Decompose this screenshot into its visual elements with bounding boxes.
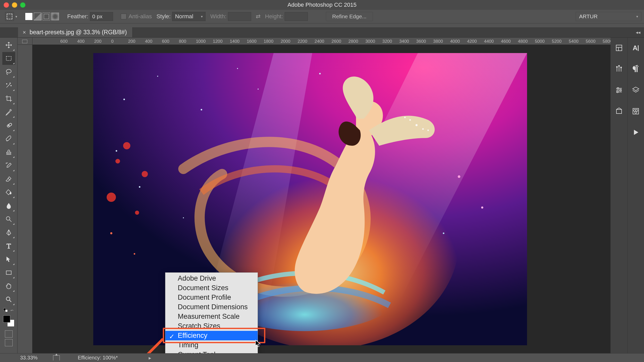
document-tab-bar: × beart-presets.jpg @ 33.3% (RGB/8#) ◂◂ [0, 27, 644, 38]
menu-item-label: Scratch Sizes [178, 322, 220, 330]
zoom-tool[interactable] [2, 293, 15, 306]
quickmask-icon[interactable] [5, 330, 13, 338]
color-reset-icon[interactable]: ⤺ [3, 308, 15, 312]
check-icon: ✓ [169, 333, 175, 341]
workspace-switcher[interactable]: ARTUR ▾ [576, 12, 641, 21]
status-menu-item-adobe-drive[interactable]: Adobe Drive [165, 274, 258, 283]
document-tab[interactable]: × beart-presets.jpg @ 33.3% (RGB/8#) [18, 27, 133, 37]
close-tab-icon[interactable]: × [23, 29, 26, 36]
status-info[interactable]: Efficiency: 100%* [78, 355, 118, 361]
tool-preset-picker[interactable] [5, 12, 14, 21]
minimize-window-button[interactable] [12, 2, 17, 8]
crop-tool[interactable] [2, 92, 15, 105]
ruler-tick: 3600 [416, 39, 426, 44]
maximize-window-button[interactable] [20, 2, 26, 8]
selection-add-icon[interactable] [34, 13, 41, 20]
vertical-ruler[interactable] [18, 45, 32, 353]
document-canvas[interactable] [93, 53, 527, 345]
svg-point-39 [422, 128, 424, 130]
svg-rect-56 [616, 109, 622, 114]
status-menu-item-efficiency[interactable]: ✓Efficiency [165, 331, 258, 340]
eraser-tool[interactable] [2, 173, 15, 185]
right-panels: A [611, 38, 644, 353]
svg-point-11 [6, 297, 10, 300]
history-brush-tool[interactable] [2, 159, 15, 172]
blur-tool[interactable] [2, 199, 15, 212]
hand-tool[interactable] [2, 280, 15, 292]
status-menu-item-scratch-sizes[interactable]: Scratch Sizes [165, 321, 258, 331]
path-select-tool[interactable] [2, 253, 15, 266]
selection-intersect-icon[interactable] [51, 13, 59, 20]
canvas-area[interactable] [32, 45, 611, 353]
svg-point-2 [6, 83, 7, 84]
horizontal-ruler[interactable]: 6004002000200400600800100012001400160018… [32, 38, 611, 45]
style-select[interactable]: Normal ▾ [172, 12, 206, 21]
move-tool[interactable] [2, 39, 15, 51]
status-menu-item-current-tool[interactable]: Current Tool [165, 350, 258, 353]
svg-point-31 [123, 142, 130, 149]
adjustments-panel-icon[interactable] [614, 85, 624, 95]
status-menu-item-document-profile[interactable]: Document Profile [165, 293, 258, 302]
svg-point-8 [6, 217, 10, 220]
layers-panel-icon[interactable] [631, 85, 641, 95]
menu-item-label: Measurement Scale [178, 313, 240, 320]
pen-tool[interactable] [2, 226, 15, 239]
title-bar: Adobe Photoshop CC 2015 [0, 0, 644, 10]
antialias-checkbox[interactable] [121, 14, 126, 19]
ruler-tick: 5000 [535, 39, 545, 44]
chevron-down-icon[interactable]: ▾ [15, 15, 17, 19]
ruler-tick: 4200 [467, 39, 477, 44]
type-tool[interactable] [2, 239, 15, 252]
character-panel-icon[interactable]: A [631, 43, 641, 53]
svg-point-34 [107, 193, 116, 202]
selection-subtract-icon[interactable] [43, 13, 50, 20]
status-menu-item-document-dimensions[interactable]: Document Dimensions [165, 302, 258, 312]
stamp-tool[interactable] [2, 146, 15, 159]
styles-panel-icon[interactable] [614, 106, 624, 116]
screenmode-icon[interactable] [5, 339, 13, 346]
status-menu-item-timing[interactable]: Timing [165, 340, 258, 350]
dodge-tool[interactable] [2, 213, 15, 226]
selection-new-icon[interactable] [25, 13, 33, 20]
properties-panel-icon[interactable] [614, 43, 624, 53]
marquee-tool[interactable] [2, 52, 15, 65]
ruler-tick: 4600 [501, 39, 511, 44]
status-menu-item-document-sizes[interactable]: Document Sizes [165, 283, 258, 293]
menu-item-label: Document Dimensions [178, 303, 248, 311]
channels-panel-icon[interactable] [631, 106, 641, 116]
share-icon[interactable] [53, 355, 60, 360]
width-label: Width: [210, 13, 226, 20]
paragraph-panel-icon[interactable] [631, 64, 641, 74]
rectangle-tool[interactable] [2, 266, 15, 279]
ruler-origin[interactable] [18, 38, 32, 45]
ruler-tick: 0 [111, 39, 113, 44]
canvas-image [93, 53, 527, 345]
ruler-tick: 3800 [433, 39, 443, 44]
lasso-tool[interactable] [2, 65, 15, 78]
feather-input[interactable] [90, 12, 113, 21]
link-dims-icon[interactable]: ⇄ [256, 13, 260, 20]
svg-point-33 [142, 171, 148, 177]
svg-point-1 [6, 69, 11, 73]
foreground-background-colors[interactable] [3, 315, 14, 327]
svg-rect-10 [6, 271, 11, 274]
paint-bucket-tool[interactable] [2, 186, 15, 199]
zoom-level[interactable]: 33.33% [20, 355, 48, 361]
ruler-tick: 600 [162, 39, 169, 44]
status-info-chevron-icon[interactable]: ▸ [149, 355, 151, 361]
play-action-icon[interactable] [631, 127, 641, 137]
healing-tool[interactable] [2, 119, 15, 132]
close-window-button[interactable] [4, 2, 9, 8]
eyedropper-tool[interactable] [2, 106, 15, 118]
refine-edge-button[interactable]: Refine Edge... [326, 12, 373, 21]
dock-handle[interactable] [0, 23, 644, 27]
brushes-panel-icon[interactable] [614, 64, 624, 74]
status-menu-item-measurement-scale[interactable]: Measurement Scale [165, 312, 258, 321]
ruler-tick: 2000 [281, 39, 290, 44]
magic-wand-tool[interactable] [2, 79, 15, 92]
svg-point-32 [115, 159, 120, 163]
width-input[interactable] [228, 12, 251, 21]
brush-tool[interactable] [2, 132, 15, 145]
collapse-panels-icon[interactable]: ◂◂ [636, 30, 644, 35]
height-input[interactable] [285, 12, 308, 21]
